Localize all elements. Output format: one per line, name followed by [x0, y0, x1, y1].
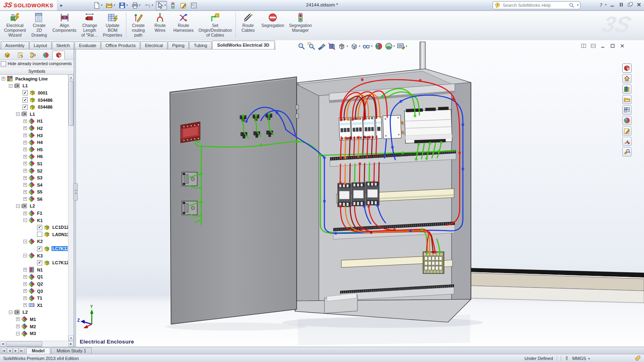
collapse-icon[interactable]: − — [16, 112, 20, 116]
expand-icon[interactable]: + — [16, 325, 20, 328]
expand-icon[interactable]: + — [23, 197, 27, 201]
tab-nav-button-0[interactable]: |◀ — [1, 348, 6, 353]
save-button[interactable]: ▾ — [118, 1, 129, 10]
vp-restore-button[interactable] — [609, 43, 616, 50]
win-min-button[interactable] — [600, 43, 606, 50]
tree-item-lc7k12[interactable]: LC7K12 — [0, 245, 68, 252]
tab-electrical[interactable]: Electrical — [140, 41, 167, 49]
expand-icon[interactable]: + — [23, 155, 27, 158]
tab-piping[interactable]: Piping — [168, 41, 189, 49]
view-palette-pane-button[interactable] — [622, 105, 632, 115]
home-pane-button[interactable] — [622, 74, 632, 83]
design-library-pane-button[interactable] — [622, 84, 632, 94]
expand-icon[interactable]: + — [23, 176, 27, 180]
expand-icon[interactable]: + — [23, 126, 27, 130]
zoom-area-button[interactable] — [307, 42, 316, 51]
tree-item-k3[interactable]: −K3 — [0, 252, 68, 259]
win-cascade-button[interactable] — [627, 1, 634, 8]
expand-icon[interactable]: + — [23, 303, 27, 307]
scroll-left-icon[interactable]: ◀ — [0, 341, 5, 347]
tree-item-h3[interactable]: +H3 — [0, 132, 68, 139]
collapse-icon[interactable]: − — [23, 218, 27, 222]
search-dropdown-arrow-icon[interactable]: ▾ — [577, 4, 578, 7]
component-checkbox[interactable] — [23, 105, 28, 110]
tree-item-s1[interactable]: +S1 — [0, 160, 68, 167]
tab-motion-study[interactable]: Motion Study 1 — [51, 348, 92, 354]
tree-item-l1[interactable]: −L1 — [0, 111, 68, 118]
tree-item-q3[interactable]: +Q3 — [0, 288, 68, 295]
tree-horizontal-scrollbar[interactable]: ◀ ▶ — [0, 341, 74, 347]
ribbon-button-segregation[interactable]: Segregation — [259, 11, 287, 29]
swe-cube-pane-button[interactable] — [622, 64, 632, 73]
units-selector[interactable]: MMGS▲ — [572, 356, 590, 361]
tree-item-h5[interactable]: +H5 — [0, 146, 68, 153]
win-close-button[interactable] — [636, 1, 642, 8]
conveyor-rail[interactable] — [467, 268, 644, 303]
tab-nav-button-3[interactable]: ▶| — [19, 348, 25, 353]
expand-icon[interactable]: + — [23, 190, 27, 194]
scrollbar-thumb[interactable] — [68, 81, 74, 126]
scroll-down-icon[interactable]: ▼ — [68, 335, 74, 341]
expand-icon[interactable]: + — [23, 212, 27, 215]
tree-item-s5[interactable]: +S5 — [0, 189, 68, 196]
win-close-button[interactable] — [619, 43, 625, 50]
enclosure-door[interactable] — [170, 77, 299, 324]
ribbon-button-update-bom-properties[interactable]: Update BOM Properties — [101, 11, 125, 39]
expand-icon[interactable]: + — [23, 162, 27, 165]
expand-icon[interactable]: + — [23, 148, 27, 151]
view-settings-button[interactable]: ▾ — [396, 42, 408, 51]
ribbon-button-route-harnesses[interactable]: Route Harnesses — [171, 11, 196, 34]
tree-item-h2[interactable]: +H2 — [0, 125, 68, 132]
component-checkbox[interactable] — [37, 246, 42, 251]
expand-icon[interactable]: + — [23, 275, 27, 279]
tab-tubing[interactable]: Tubing — [189, 41, 211, 49]
tree-item-s3[interactable]: +S3 — [0, 174, 68, 181]
expand-icon[interactable]: + — [23, 141, 27, 144]
scrollbar-thumb[interactable] — [6, 341, 42, 347]
scroll-up-icon[interactable]: ▲ — [68, 75, 74, 80]
file-explorer-pane-button[interactable] — [622, 95, 632, 104]
ribbon-button-segregation-manager[interactable]: Segregation Manager — [287, 11, 314, 34]
previous-view-button[interactable] — [317, 42, 326, 51]
tree-item-s4[interactable]: +S4 — [0, 181, 68, 189]
panel-collapse-handle[interactable]: ◂◂ — [73, 183, 78, 201]
3d-viewport-canvas[interactable]: .wr{stroke:#e11414}.wg{stroke:#37c612}.w… — [75, 40, 644, 347]
collapse-icon[interactable]: − — [23, 254, 27, 257]
tab-solidworks-electrical-3d[interactable]: SolidWorks Electrical 3D — [212, 41, 275, 49]
ribbon-button-align-components[interactable]: Align Components — [50, 11, 79, 34]
tree-item-l2[interactable]: −L2 — [0, 203, 68, 210]
collapse-icon[interactable]: − — [16, 332, 20, 335]
terminal-block[interactable] — [423, 252, 444, 274]
appearances-pane-button[interactable] — [622, 116, 632, 125]
collapse-icon[interactable]: − — [23, 240, 27, 243]
open-button[interactable]: ▾ — [105, 1, 116, 10]
tree-item-k2[interactable]: −K2 — [0, 238, 68, 245]
tree-item-s6[interactable]: +S6 — [0, 195, 68, 203]
menu-expand-arrow-icon[interactable]: ▶ — [58, 4, 66, 7]
scroll-right-icon[interactable]: ▶ — [68, 341, 74, 347]
collapse-icon[interactable]: − — [16, 204, 20, 208]
undo-button[interactable]: ▾ — [143, 1, 155, 10]
ribbon-button-route-cables[interactable]: Route Cables — [237, 11, 259, 34]
search-input[interactable] — [502, 2, 567, 8]
ribbon-button-create-routing-path[interactable]: Create routing path — [128, 11, 149, 39]
ribbon-button-create-2d-drawing[interactable]: Create 2D Drawing — [28, 11, 50, 39]
component-checkbox[interactable] — [37, 232, 42, 237]
edit-appearance-button[interactable] — [374, 42, 383, 51]
ribbon-button-change-length-of-rai[interactable]: Change Length of "Rai… — [79, 11, 101, 39]
zoom-fit-button[interactable] — [297, 42, 306, 51]
tree-item-0001[interactable]: 0001 — [0, 89, 68, 97]
win-min-button[interactable] — [609, 1, 616, 8]
tab-layout[interactable]: Layout — [29, 41, 52, 49]
tree-item-h6[interactable]: +H6 — [0, 153, 68, 160]
collapse-icon[interactable]: − — [9, 84, 12, 88]
tree-item-q1[interactable]: +Q1 — [0, 274, 68, 281]
expand-icon[interactable]: + — [23, 169, 27, 173]
expand-icon[interactable]: + — [23, 289, 27, 293]
elec-manager-pane-button[interactable] — [622, 137, 632, 146]
pt-config-tab[interactable] — [27, 51, 39, 60]
tab-evaluate[interactable]: Evaluate — [74, 41, 101, 49]
expand-icon[interactable]: + — [23, 119, 27, 123]
tree-item-f1[interactable]: +F1 — [0, 210, 68, 217]
tree-item-l2[interactable]: −L2 — [0, 309, 68, 316]
